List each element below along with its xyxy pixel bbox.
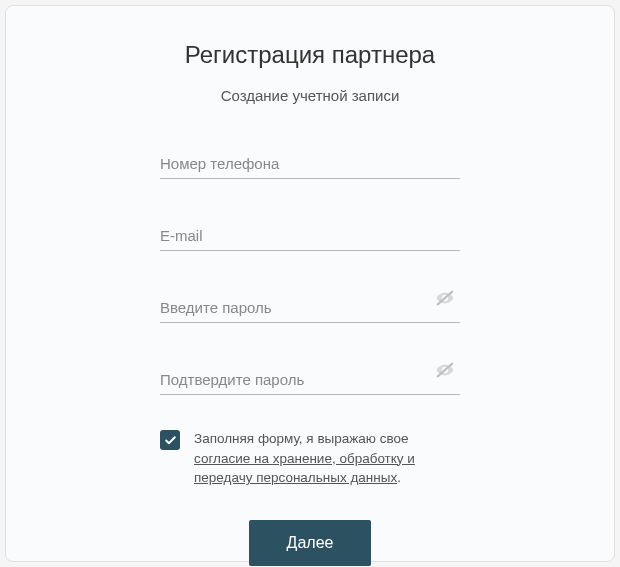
registration-card: Регистрация партнера Создание учетной за…: [5, 5, 615, 562]
password-field-wrapper: [160, 293, 460, 323]
consent-row: Заполняя форму, я выражаю свое согласие …: [160, 429, 460, 488]
consent-text: Заполняя форму, я выражаю свое согласие …: [194, 429, 460, 488]
page-subtitle: Создание учетной записи: [221, 87, 400, 104]
registration-form: Заполняя форму, я выражаю свое согласие …: [160, 149, 460, 566]
password-confirm-input[interactable]: [160, 365, 460, 395]
phone-input[interactable]: [160, 149, 460, 179]
phone-field-wrapper: [160, 149, 460, 179]
consent-checkbox[interactable]: [160, 430, 180, 450]
consent-link[interactable]: согласие на хранение, обработку и переда…: [194, 451, 415, 486]
page-title: Регистрация партнера: [185, 41, 435, 69]
email-field-wrapper: [160, 221, 460, 251]
submit-button[interactable]: Далее: [249, 520, 372, 566]
email-input[interactable]: [160, 221, 460, 251]
password-confirm-field-wrapper: [160, 365, 460, 395]
eye-hidden-icon[interactable]: [434, 359, 456, 385]
consent-text-suffix: .: [397, 470, 401, 485]
consent-text-prefix: Заполняя форму, я выражаю свое: [194, 431, 409, 446]
eye-hidden-icon[interactable]: [434, 287, 456, 313]
password-input[interactable]: [160, 293, 460, 323]
